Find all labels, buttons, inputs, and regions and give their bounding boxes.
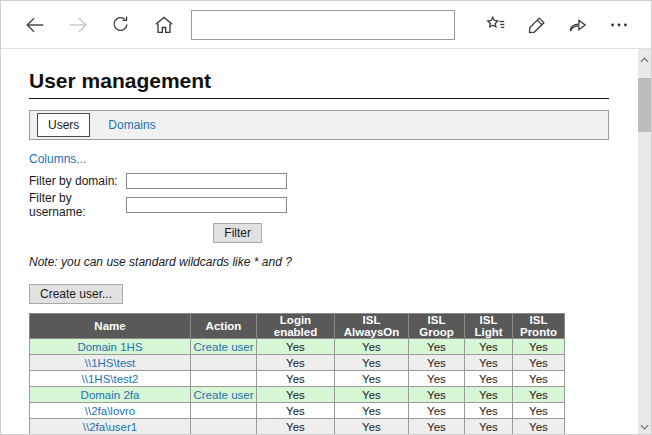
back-icon — [24, 14, 46, 36]
value-cell: Yes — [409, 387, 465, 403]
column-header-isl-groop: ISL Groop — [409, 314, 465, 339]
page-content: User management Users Domains Columns...… — [1, 49, 651, 434]
ellipsis-icon — [608, 14, 630, 36]
filter-username-label: Filter by username: — [29, 191, 126, 219]
column-header-name: Name — [30, 314, 191, 339]
value-cell: Yes — [465, 355, 513, 371]
value-cell: Yes — [257, 371, 335, 387]
scrollbar-thumb[interactable] — [638, 78, 651, 132]
forward-button[interactable] — [56, 5, 99, 45]
column-header-isl-light: ISL Light — [465, 314, 513, 339]
action-cell: Create user — [191, 387, 257, 403]
favorites-button[interactable] — [475, 5, 516, 45]
table-row: \\1HS\test2YesYesYesYesYes — [30, 371, 565, 387]
column-header-isl-pronto: ISL Pronto — [513, 314, 565, 339]
scroll-down-button[interactable] — [638, 418, 651, 432]
value-cell: Yes — [257, 339, 335, 355]
value-cell: Yes — [409, 403, 465, 419]
name-cell: Domain 1HS — [30, 339, 191, 355]
name-cell: \\2fa\lovro — [30, 403, 191, 419]
value-cell: Yes — [257, 403, 335, 419]
value-cell: Yes — [513, 355, 565, 371]
share-button[interactable] — [557, 5, 598, 45]
value-cell: Yes — [513, 339, 565, 355]
chevron-up-icon — [640, 49, 649, 67]
value-cell: Yes — [465, 371, 513, 387]
name-cell: \\2fa\user1 — [30, 419, 191, 435]
value-cell: Yes — [465, 387, 513, 403]
home-icon — [153, 14, 175, 36]
action-cell — [191, 371, 257, 387]
name-cell: \\1HS\test — [30, 355, 191, 371]
value-cell: Yes — [513, 371, 565, 387]
table-row: \\1HS\testYesYesYesYesYes — [30, 355, 565, 371]
tab-domains[interactable]: Domains — [108, 118, 155, 132]
value-cell: Yes — [513, 419, 565, 435]
toolbar-right-group — [475, 5, 639, 45]
action-cell — [191, 403, 257, 419]
value-cell: Yes — [513, 403, 565, 419]
filter-form: Filter by domain: Filter by username: Fi… — [29, 173, 262, 243]
address-bar[interactable] — [191, 10, 455, 40]
columns-link[interactable]: Columns... — [29, 152, 86, 166]
value-cell: Yes — [409, 355, 465, 371]
row-name-link[interactable]: Domain 1HS — [77, 341, 142, 353]
value-cell: Yes — [335, 355, 409, 371]
back-button[interactable] — [13, 5, 56, 45]
row-name-link[interactable]: \\1HS\test — [85, 357, 136, 369]
row-name-link[interactable]: \\1HS\test2 — [82, 373, 139, 385]
column-header-login-enabled: Login enabled — [257, 314, 335, 339]
create-user-link[interactable]: Create user — [193, 389, 253, 401]
user-table: NameActionLogin enabledISL AlwaysOnISL G… — [29, 313, 565, 434]
row-name-link[interactable]: \\2fa\user1 — [83, 421, 137, 433]
row-name-link[interactable]: \\2fa\lovro — [85, 405, 136, 417]
page-title: User management — [29, 69, 609, 99]
value-cell: Yes — [257, 387, 335, 403]
browser-toolbar — [1, 1, 651, 49]
scroll-up-button[interactable] — [638, 51, 651, 65]
page-scrollbar[interactable] — [638, 49, 651, 434]
wildcards-note: Note: you can use standard wildcards lik… — [29, 255, 609, 269]
chevron-down-icon — [640, 416, 649, 434]
table-row: \\2fa\user1YesYesYesYesYes — [30, 419, 565, 435]
favorites-star-icon — [485, 14, 507, 36]
value-cell: Yes — [409, 419, 465, 435]
value-cell: Yes — [335, 419, 409, 435]
forward-icon — [67, 14, 89, 36]
share-icon — [567, 14, 589, 36]
table-row: Domain 1HSCreate userYesYesYesYesYes — [30, 339, 565, 355]
value-cell: Yes — [465, 339, 513, 355]
filter-username-input[interactable] — [126, 197, 287, 213]
value-cell: Yes — [409, 371, 465, 387]
more-button[interactable] — [598, 5, 639, 45]
value-cell: Yes — [335, 403, 409, 419]
home-button[interactable] — [142, 5, 185, 45]
action-cell — [191, 355, 257, 371]
web-note-button[interactable] — [516, 5, 557, 45]
row-name-link[interactable]: Domain 2fa — [81, 389, 140, 401]
column-header-action: Action — [191, 314, 257, 339]
table-row: \\2fa\lovroYesYesYesYesYes — [30, 403, 565, 419]
browser-window: User management Users Domains Columns...… — [0, 0, 652, 435]
value-cell: Yes — [257, 355, 335, 371]
value-cell: Yes — [335, 371, 409, 387]
name-cell: Domain 2fa — [30, 387, 191, 403]
create-user-button[interactable]: Create user... — [29, 284, 123, 304]
filter-domain-label: Filter by domain: — [29, 174, 126, 188]
create-user-link[interactable]: Create user — [193, 341, 253, 353]
pen-icon — [526, 14, 548, 36]
table-header-row: NameActionLogin enabledISL AlwaysOnISL G… — [30, 314, 565, 339]
main-area: User management Users Domains Columns...… — [29, 69, 609, 434]
tab-bar: Users Domains — [29, 110, 609, 140]
refresh-button[interactable] — [99, 5, 142, 45]
table-body: Domain 1HSCreate userYesYesYesYesYes\\1H… — [30, 339, 565, 435]
column-header-isl-alwayson: ISL AlwaysOn — [335, 314, 409, 339]
value-cell: Yes — [409, 339, 465, 355]
value-cell: Yes — [335, 339, 409, 355]
tab-users[interactable]: Users — [37, 113, 90, 137]
value-cell: Yes — [513, 387, 565, 403]
filter-button[interactable]: Filter — [213, 223, 262, 243]
action-cell — [191, 419, 257, 435]
value-cell: Yes — [465, 419, 513, 435]
filter-domain-input[interactable] — [126, 173, 287, 189]
